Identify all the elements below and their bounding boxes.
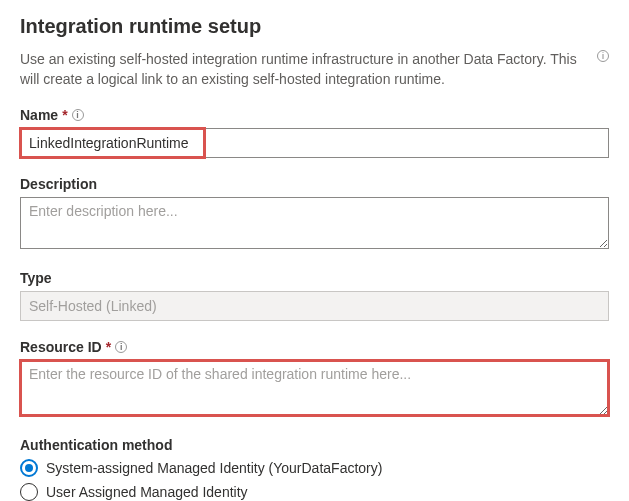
resource-id-label: Resource ID * i [20, 339, 609, 355]
info-icon[interactable]: i [72, 109, 84, 121]
radio-user-assigned[interactable]: User Assigned Managed Identity [20, 483, 609, 501]
info-icon[interactable]: i [115, 341, 127, 353]
radio-label: User Assigned Managed Identity [46, 484, 248, 500]
info-icon[interactable]: i [597, 50, 609, 62]
radio-circle-icon [20, 459, 38, 477]
type-input [20, 291, 609, 321]
name-input[interactable] [20, 128, 609, 158]
description-label: Description [20, 176, 609, 192]
auth-label-text: Authentication method [20, 437, 172, 453]
field-type: Type [20, 270, 609, 321]
description-label-text: Description [20, 176, 97, 192]
intro-text: Use an existing self-hosted integration … [20, 50, 589, 89]
radio-system-assigned[interactable]: System-assigned Managed Identity (YourDa… [20, 459, 609, 477]
required-asterisk: * [106, 339, 111, 355]
radio-label: System-assigned Managed Identity (YourDa… [46, 460, 382, 476]
page-title: Integration runtime setup [20, 15, 609, 38]
resource-id-label-text: Resource ID [20, 339, 102, 355]
field-auth-method: Authentication method System-assigned Ma… [20, 437, 609, 501]
required-asterisk: * [62, 107, 67, 123]
name-label-text: Name [20, 107, 58, 123]
description-input[interactable] [20, 197, 609, 249]
field-resource-id: Resource ID * i [20, 339, 609, 419]
auth-label: Authentication method [20, 437, 609, 453]
type-label: Type [20, 270, 609, 286]
field-description: Description [20, 176, 609, 252]
field-name: Name * i [20, 107, 609, 158]
type-label-text: Type [20, 270, 52, 286]
resource-id-input[interactable] [20, 360, 609, 416]
name-label: Name * i [20, 107, 609, 123]
radio-circle-icon [20, 483, 38, 501]
